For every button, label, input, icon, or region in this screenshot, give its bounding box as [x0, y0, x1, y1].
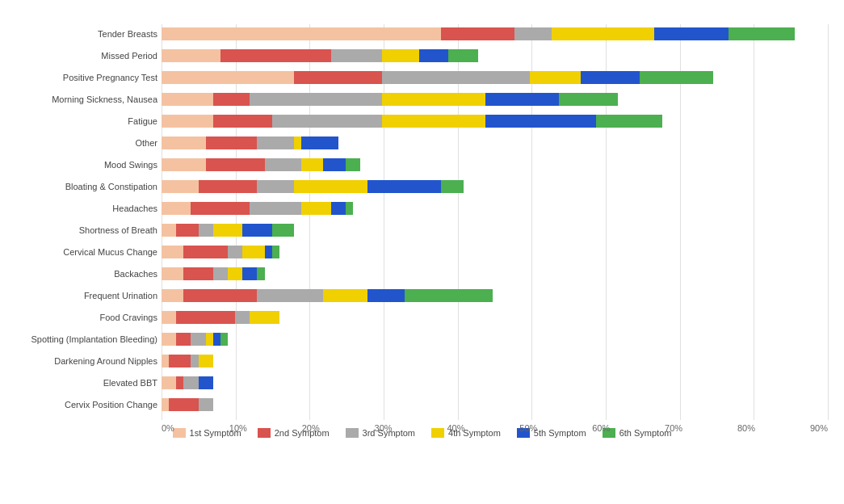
x-axis: 0%10%20%30%40%50%60%70%80%90%	[162, 423, 828, 433]
x-axis-label: 90%	[810, 423, 828, 433]
bar-segment	[206, 333, 213, 346]
bar-segment	[441, 180, 463, 193]
bar-segment	[382, 115, 485, 128]
row-label: Fatigue	[8, 116, 157, 126]
bar-segment	[162, 376, 176, 389]
table-row: Cervical Mucus Change	[162, 242, 828, 262]
table-row: Frequent Urination	[162, 286, 828, 305]
bar-segment	[191, 333, 205, 346]
bar-segment	[294, 136, 301, 149]
bar-segment	[729, 27, 795, 40]
bar-group	[162, 158, 360, 171]
bar-segment	[176, 376, 183, 389]
bar-group	[162, 49, 478, 62]
bar-segment	[162, 333, 176, 346]
bar-segment	[162, 289, 183, 302]
bar-segment	[257, 267, 264, 280]
bar-segment	[183, 376, 198, 389]
bar-segment	[199, 376, 213, 389]
x-axis-label: 80%	[737, 423, 755, 433]
bar-segment	[382, 71, 529, 84]
row-label: Headaches	[8, 204, 157, 213]
bar-segment	[162, 224, 176, 237]
table-row: Missed Period	[162, 46, 828, 65]
table-row: Positive Pregnancy Test	[162, 68, 828, 87]
bar-segment	[242, 246, 264, 258]
bar-segment	[162, 311, 176, 324]
bar-segment	[257, 136, 294, 149]
row-label: Morning Sickness, Nausea	[8, 94, 157, 104]
bar-segment	[272, 224, 294, 237]
x-axis-label: 10%	[229, 423, 247, 433]
bar-segment	[199, 224, 213, 237]
bar-segment	[162, 355, 169, 368]
row-label: Other	[8, 138, 157, 148]
bar-segment	[441, 27, 514, 40]
bar-segment	[162, 136, 206, 149]
bars-wrapper: Tender BreastsMissed PeriodPositive Preg…	[162, 24, 828, 420]
table-row: Backaches	[162, 264, 828, 284]
bar-group	[162, 333, 228, 346]
bar-segment	[162, 71, 294, 84]
bar-group	[162, 267, 265, 280]
bar-segment	[382, 93, 485, 106]
bar-segment	[183, 267, 212, 280]
x-axis-label: 0%	[162, 423, 174, 433]
bar-segment	[228, 267, 242, 280]
row-label: Cervix Position Change	[8, 400, 157, 410]
bar-segment	[220, 49, 331, 62]
bar-group	[162, 93, 618, 106]
bar-segment	[213, 267, 228, 280]
x-axis-label: 70%	[665, 423, 682, 433]
row-label: Shortness of Breath	[8, 225, 157, 235]
bar-segment	[323, 158, 345, 171]
bar-segment	[294, 180, 367, 193]
bar-group	[162, 180, 464, 193]
bar-segment	[382, 49, 419, 62]
row-label: Tender Breasts	[8, 29, 157, 39]
bar-group	[162, 136, 338, 149]
bar-segment	[183, 246, 228, 258]
bar-segment	[213, 115, 272, 128]
bar-segment	[169, 398, 198, 411]
bar-segment	[405, 289, 493, 302]
bar-group	[162, 224, 294, 237]
bar-segment	[346, 158, 360, 171]
table-row: Food Cravings	[162, 308, 828, 327]
table-row: Darkening Around Nipples	[162, 351, 828, 371]
table-row: Tender Breasts	[162, 24, 828, 44]
bar-segment	[162, 27, 441, 40]
bar-segment	[257, 180, 294, 193]
bar-segment	[485, 93, 559, 106]
table-row: Fatigue	[162, 111, 828, 131]
bar-segment	[448, 49, 477, 62]
bar-segment	[596, 115, 662, 128]
bar-group	[162, 376, 213, 389]
bar-segment	[199, 180, 258, 193]
bar-segment	[228, 246, 242, 258]
bar-segment	[176, 333, 191, 346]
row-label: Mood Swings	[8, 160, 157, 170]
bar-segment	[640, 71, 713, 84]
table-row: Cervix Position Change	[162, 395, 828, 414]
bar-segment	[331, 49, 383, 62]
bar-segment	[514, 27, 552, 40]
bar-segment	[220, 333, 228, 346]
chart-area: Tender BreastsMissed PeriodPositive Preg…	[162, 24, 828, 420]
x-axis-label: 50%	[519, 423, 537, 433]
bar-group	[162, 115, 662, 128]
row-label: Positive Pregnancy Test	[8, 73, 157, 82]
bar-segment	[206, 158, 265, 171]
bar-segment	[242, 224, 271, 237]
bar-segment	[530, 71, 582, 84]
row-label: Backaches	[8, 269, 157, 279]
bar-segment	[162, 246, 183, 258]
row-label: Food Cravings	[8, 313, 157, 322]
bar-segment	[265, 246, 272, 258]
bar-segment	[367, 289, 405, 302]
bar-group	[162, 202, 353, 215]
bar-segment	[257, 289, 323, 302]
row-label: Frequent Urination	[8, 291, 157, 300]
x-axis-label: 30%	[375, 423, 393, 433]
bar-group	[162, 311, 279, 324]
